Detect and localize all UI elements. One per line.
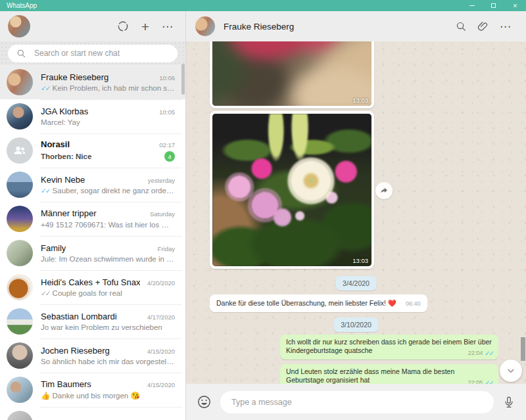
conversation-menu-button[interactable]: ⋯ [494, 15, 517, 37]
read-receipt-icon: ✓✓ [485, 350, 493, 358]
search-in-chat-button[interactable] [450, 15, 472, 37]
avatar [7, 377, 33, 403]
emoji-smiley-icon [197, 394, 212, 409]
read-receipt-icon: ✓✓ [485, 379, 493, 384]
chat-list-item-sebastian-lombardi[interactable]: Sebastian Lombardi4/17/2020 Jo war kein … [0, 304, 185, 338]
voice-message-button[interactable] [502, 396, 515, 409]
conversation-header[interactable]: Frauke Rieseberg ⋯ [186, 11, 526, 41]
chat-list-item-jochen-rieseberg[interactable]: Jochen Rieseberg4/15/2020 So ähnlich hab… [0, 338, 185, 373]
scroll-to-bottom-button[interactable] [500, 360, 522, 382]
chat-list-item-tim-baumers[interactable]: Tim Baumers4/15/2020 👍 Danke und bis mor… [0, 373, 185, 407]
chat-list-item-kevin-nebe[interactable]: Kevin Nebeyesterday ✓✓Sauber, sogar dire… [0, 168, 185, 202]
message-time: 13:03 [352, 97, 368, 104]
sidebar-menu-button[interactable]: ⋯ [156, 15, 179, 37]
group-icon [12, 143, 28, 158]
message-time: 06:40 [406, 300, 421, 307]
avatar [7, 308, 33, 335]
incoming-text-message[interactable]: Danke für diese tolle Überraschung, mein… [210, 294, 427, 312]
chat-name: Tim Baumers [41, 379, 91, 389]
flower-bouquet-photo [212, 114, 371, 266]
chat-list-item-norasil[interactable]: Norasil02:17 Thorben: Nice4 [0, 133, 185, 168]
chat-name: JGA Klorbas [41, 106, 88, 116]
new-chat-button[interactable]: + [134, 15, 156, 37]
outgoing-text-message[interactable]: Und Leuten stolz erzähle dass meine Mama… [280, 364, 498, 384]
read-receipt-icon: ✓✓ [41, 84, 50, 92]
message-time: 13:03 [352, 257, 368, 264]
avatar [7, 69, 33, 95]
avatar [7, 240, 33, 266]
chat-time: yesterday [148, 177, 175, 184]
chat-time: Friday [158, 245, 175, 252]
group-avatar [7, 137, 33, 164]
chat-list-item-heidis-cakes[interactable]: Heidi's Cakes + Tofu Snax4/20/2020 ✓✓Cou… [0, 270, 185, 304]
close-button[interactable]: ✕ [504, 0, 526, 11]
message-input[interactable] [231, 398, 483, 407]
chat-list-item-maenner-tripper[interactable]: Männer tripperSaturday +49 1512 7069671:… [0, 202, 185, 236]
search-icon [456, 21, 467, 32]
close-icon: ✕ [513, 3, 518, 9]
messages-scrollbar[interactable] [521, 337, 525, 361]
outgoing-text-message[interactable]: Ich wollt dir nur kurz schreiben dass ic… [280, 335, 498, 360]
chat-time: 4/17/2020 [147, 314, 175, 321]
chat-name: Kevin Nebe [41, 175, 85, 185]
forward-arrow-icon [379, 186, 389, 195]
plus-icon: + [141, 20, 149, 34]
emoji-button[interactable] [197, 394, 212, 409]
read-receipt-icon: ✓✓ [41, 289, 50, 297]
date-separator: 3/4/2020 [335, 276, 377, 291]
chat-time: 4/15/2020 [147, 381, 175, 388]
paperclip-icon [477, 20, 489, 32]
attach-button[interactable] [472, 15, 494, 37]
avatar [7, 172, 33, 198]
message-time: 22:05 [468, 379, 483, 384]
status-icon [116, 20, 130, 33]
chat-time: 4/20/2020 [147, 279, 175, 287]
chat-list: Frauke Rieseberg10:06 ✓✓Kein Problem, ic… [0, 65, 185, 420]
chat-name: Sebastian Lombardi [41, 312, 117, 321]
chat-list-item-jga-klorbas[interactable]: JGA Klorbas10:05 Marcel: Yay [0, 99, 185, 133]
conversation-avatar[interactable] [195, 16, 215, 36]
sidebar-scrollbar[interactable] [181, 64, 185, 95]
sidebar: + ⋯ Frauke Rieseberg10:06 ✓✓Kein Problem… [0, 11, 186, 420]
chat-preview: So ähnlich habe ich mir das vorgestellt,… [41, 358, 175, 365]
message-text: Und Leuten stolz erzähle dass meine Mama… [286, 367, 454, 384]
chat-time: 02:17 [159, 141, 175, 149]
my-profile-avatar[interactable] [8, 15, 30, 37]
incoming-image-message[interactable]: 13:03 [210, 41, 374, 108]
status-button[interactable] [112, 15, 134, 37]
chat-list-item-family[interactable]: FamilyFriday Jule: Im Ozean schwimmen wu… [0, 236, 185, 270]
chat-preview: Marcel: Yay [41, 118, 175, 126]
chat-preview: Jule: Im Ozean schwimmen wurde in Mülhei… [41, 255, 175, 263]
search-input[interactable] [34, 49, 169, 58]
avatar [7, 411, 33, 420]
search-pill[interactable] [8, 45, 178, 62]
chat-name: Jochen Rieseberg [41, 346, 110, 356]
chat-list-item-frauke[interactable]: Frauke Rieseberg10:06 ✓✓Kein Problem, ic… [0, 65, 185, 99]
chat-name: Heidi's Cakes + Tofu Snax [41, 277, 140, 287]
whatsapp-window: WhatsApp ✕ + ⋯ [0, 0, 526, 420]
minimize-icon [469, 5, 475, 6]
window-title: WhatsApp [0, 0, 461, 11]
blurred-photo [212, 41, 371, 106]
chat-preview: Couple goals for real [53, 289, 175, 297]
maximize-button[interactable] [483, 0, 504, 11]
chat-preview: Sauber, sogar direkt ne ganz ordentliche… [53, 187, 175, 195]
menu-dots-icon: ⋯ [500, 21, 512, 32]
search-bar-area [0, 41, 185, 65]
chat-name: Männer tripper [41, 208, 97, 218]
chat-name: Family [41, 243, 66, 253]
chat-list-item-michael[interactable]: Michael4/10/2020 [0, 407, 185, 420]
read-receipt-icon: ✓✓ [41, 187, 50, 195]
avatar [7, 103, 33, 129]
chat-time: 10:05 [159, 108, 175, 116]
incoming-image-message[interactable]: 13:03 [210, 111, 374, 269]
message-input-pill[interactable] [220, 391, 494, 413]
chat-name: Norasil [41, 139, 70, 149]
maximize-icon [491, 3, 496, 8]
title-bar: WhatsApp ✕ [0, 0, 526, 11]
chat-preview: Jo war kein Problem zu verschieben [41, 323, 175, 331]
forward-message-button[interactable] [375, 182, 393, 199]
minimize-button[interactable] [461, 0, 483, 11]
message-time: 22:04 [468, 350, 483, 357]
conversation-panel: Frauke Rieseberg ⋯ 13:03 13:03 [186, 11, 526, 420]
